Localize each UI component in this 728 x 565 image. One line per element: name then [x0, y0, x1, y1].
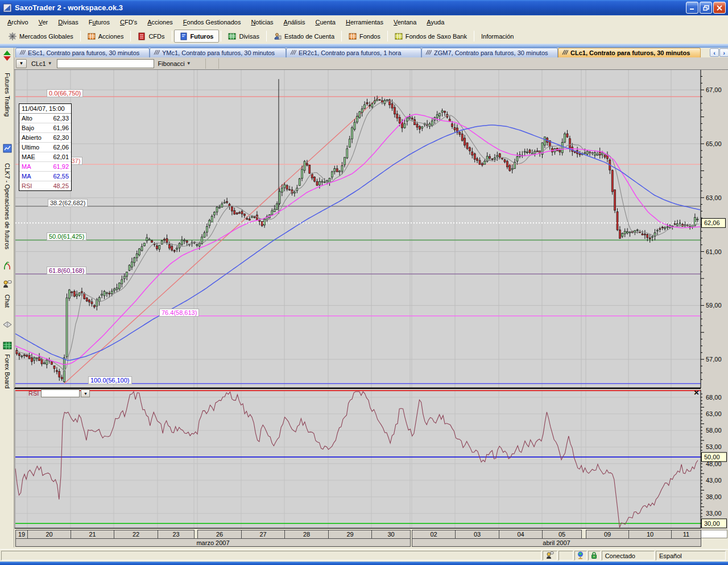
menu-item-archivo[interactable]: Archivo	[2, 17, 34, 27]
date-axis-day-20: 20	[27, 530, 71, 539]
chart-tab-zgm7[interactable]: ZGM7, Contrato para futuros, 30 minutos	[421, 48, 558, 57]
toolbar-button-futuros[interactable]: Futuros	[174, 30, 220, 43]
menu-item-fondos-gestionados[interactable]: Fondos Gestionados	[178, 17, 246, 27]
svg-text:57,00: 57,00	[706, 356, 722, 363]
chart-tab-clc1[interactable]: CLc1, Contrato para futuros, 30 minutos	[558, 48, 701, 57]
tooltip-row-value: 61,92	[53, 163, 69, 170]
tooltip-row-label: Alto	[22, 115, 32, 122]
menu-item-cfd-s[interactable]: CFD's	[115, 17, 142, 27]
date-axis-day-21: 21	[71, 530, 114, 539]
chart-menu-dropdown-button[interactable]: ▼	[16, 59, 27, 68]
date-axis-day-29: 29	[328, 530, 372, 539]
menu-item-acciones[interactable]: Acciones	[142, 17, 178, 27]
toolbar-separator	[80, 31, 81, 41]
tooltip-row-value: 62,30	[53, 134, 69, 141]
tooltip-row-value: 62,33	[53, 115, 69, 122]
toolbar-button-label: Divisas	[239, 33, 259, 40]
chat-person-icon[interactable]	[1, 278, 14, 290]
chart-tab-esc1[interactable]: ESc1, Contrato para futuros, 30 minutos	[15, 48, 150, 57]
close-button[interactable]	[713, 2, 726, 14]
svg-text:53,00: 53,00	[706, 443, 722, 450]
news-icon[interactable]	[1, 317, 14, 332]
menu-item-ayuda[interactable]: Ayuda	[421, 17, 449, 27]
mdi-top-strip	[0, 44, 728, 48]
chart-tab-bar: ESc1, Contrato para futuros, 30 minutosY…	[14, 48, 728, 57]
plants-icon[interactable]	[1, 259, 14, 272]
minimize-button[interactable]	[686, 2, 698, 14]
chart-window-icon[interactable]	[1, 142, 14, 155]
sidebar-item-forex-board[interactable]: Forex Board	[1, 353, 14, 389]
date-axis-day-11: 11	[671, 530, 701, 539]
rsi-settings-input[interactable]	[41, 389, 80, 397]
status-message-panel	[1, 551, 541, 560]
menu-item-cuenta[interactable]: Cuenta	[310, 17, 340, 27]
chart-tab-ymc1[interactable]: YMc1, Contrato para futuros, 30 minutos	[150, 48, 286, 57]
tab-scroll-left-button[interactable]: ‹	[710, 48, 719, 57]
menu-item-ventana[interactable]: Ventana	[388, 17, 421, 27]
toolbar-button-fondos[interactable]: Fondos	[344, 30, 386, 43]
symbol-combo[interactable]: CLc1 ▼	[29, 60, 55, 67]
toolbar-separator	[218, 59, 219, 69]
sidebar-item-futures-trading[interactable]: Futures Trading	[1, 64, 14, 126]
updown-arrows-icon[interactable]	[1, 49, 14, 63]
toolbar-button-fondos-de-saxo-bank[interactable]: Fondos de Saxo Bank	[390, 30, 472, 43]
fib-level-label-0-0[interactable]: 0.0(66,750)	[47, 89, 83, 97]
sidebar-item-chat[interactable]: Chat	[1, 292, 14, 311]
tooltip-row-value: 62,06	[53, 144, 69, 151]
menu-item-futuros[interactable]: Futuros	[84, 17, 115, 27]
toolbar-button-acciones[interactable]: Acciones	[82, 30, 129, 43]
toolbar-button-estado-de-cuenta[interactable]: Estado de Cuenta	[268, 30, 340, 43]
menu-item-divisas[interactable]: Divisas	[53, 17, 83, 27]
svg-text:38,00: 38,00	[706, 493, 722, 500]
fib-level-label-100-0[interactable]: 100.0(56,100)	[88, 376, 132, 384]
language-indicator[interactable]: Español	[656, 551, 726, 560]
toolbar-button-mercados-globales[interactable]: Mercados Globales	[3, 30, 78, 43]
sidebar-item-clk7-operaciones-de-futuros[interactable]: CLK7 - Operaciones de futuros	[1, 156, 14, 256]
toolbar-button-informaci-n[interactable]: Información	[476, 30, 519, 43]
tab-scroll-right-button[interactable]: ›	[719, 48, 728, 57]
toolbar-button-label: CFDs	[148, 33, 164, 40]
date-axis-day-10: 10	[628, 530, 672, 539]
tooltip-row-value: 61,96	[53, 124, 69, 131]
grid-orange-icon	[88, 32, 96, 40]
fib-level-label-61-8[interactable]: 61.8(60,168)	[47, 267, 86, 275]
toolbar-button-divisas[interactable]: Divisas	[223, 30, 264, 43]
menu-item-herramientas[interactable]: Herramientas	[341, 17, 388, 27]
tooltip-row-abierto: Abierto62,30	[19, 133, 71, 143]
fib-level-label-38-2[interactable]: 38.2(62,682)	[48, 199, 88, 207]
toolbar-button-label: Información	[481, 33, 514, 40]
menu-item-noticias[interactable]: Noticias	[246, 17, 278, 27]
chevron-down-icon: ▼	[187, 61, 191, 66]
toolbar-button-cfds[interactable]: CFDs	[133, 30, 169, 43]
svg-text:65,00: 65,00	[706, 140, 722, 147]
fib-level-label-50-0[interactable]: 50.0(61,425)	[47, 232, 86, 240]
status-user-panel	[543, 551, 557, 560]
menu-item-an-lisis[interactable]: Análisis	[279, 17, 311, 27]
toolbar-button-label: Acciones	[98, 33, 124, 40]
rsi-controls: RSI ▼	[28, 389, 90, 398]
left-sidebar: Futures TradingCLK7 - Operaciones de fut…	[0, 48, 14, 547]
window-bottom-edge	[0, 562, 728, 565]
restore-button[interactable]	[700, 2, 712, 14]
grid-yellow-icon	[395, 32, 403, 40]
chart-pen-icon	[19, 49, 26, 56]
network-globe-icon	[577, 551, 584, 560]
tooltip-row-label: RSI	[22, 182, 32, 189]
svg-text:61,00: 61,00	[706, 248, 722, 255]
tooltip-row-label: MA	[22, 163, 31, 170]
forex-board-icon[interactable]	[1, 339, 14, 352]
chart-toolbar: ▼ CLc1 ▼ Fibonacci ▼	[14, 57, 728, 70]
toolbar-button-label: Futuros	[191, 33, 214, 40]
rsi-close-button[interactable]: ✕	[692, 389, 701, 397]
tooltip-row-label: Bajo	[22, 124, 34, 131]
chart-tab-er2c1[interactable]: ER2c1, Contrato para futuros, 1 hora	[286, 48, 421, 57]
toolbar-button-label: Fondos de Saxo Bank	[406, 33, 467, 40]
menu-item-ver[interactable]: Ver	[34, 17, 53, 27]
svg-text:50,00: 50,00	[704, 454, 720, 460]
drawing-tool-combo[interactable]: Fibonacci ▼	[156, 60, 193, 67]
tooltip-row-ma: MA61,92	[19, 162, 71, 172]
fib-level-label-76-4[interactable]: 76.4(58,613)	[159, 309, 199, 317]
symbol-input[interactable]	[57, 59, 154, 68]
sidebar-item-label: Chat	[4, 294, 11, 308]
rsi-dropdown-button[interactable]: ▼	[81, 389, 90, 397]
